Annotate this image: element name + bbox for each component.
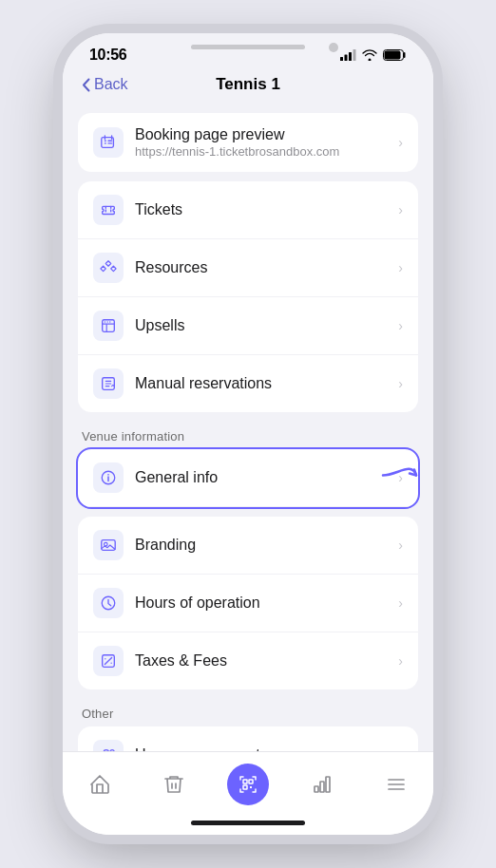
content-area: Booking page preview https://tennis-1.ti… — [63, 104, 433, 751]
svg-rect-23 — [326, 777, 330, 792]
taxes-fees-item[interactable]: Taxes & Fees › — [78, 632, 418, 689]
booking-preview-content: Booking page preview https://tennis-1.ti… — [135, 126, 398, 159]
home-tab-icon — [79, 764, 121, 805]
scan-tab-icon — [227, 764, 269, 805]
svg-rect-7 — [103, 320, 115, 332]
svg-point-10 — [107, 474, 109, 476]
venue-extra-card: Branding › Hours of operation › — [78, 517, 418, 689]
nav-bar: Back Tennis 1 — [63, 69, 433, 104]
hours-label: Hours of operation — [135, 594, 398, 612]
wifi-icon — [362, 49, 377, 61]
svg-point-12 — [105, 542, 108, 546]
other-section-header: Other — [78, 699, 418, 726]
menu-tab-icon — [375, 764, 417, 805]
camera-dot — [329, 43, 338, 52]
manual-reservations-content: Manual reservations — [135, 375, 398, 392]
booking-preview-title: Booking page preview — [135, 126, 398, 143]
taxes-chevron-icon: › — [398, 653, 403, 669]
taxes-icon — [93, 646, 124, 676]
tab-scan[interactable] — [212, 760, 284, 809]
tab-bar — [63, 751, 433, 813]
taxes-label: Taxes & Fees — [135, 652, 398, 670]
svg-rect-11 — [102, 540, 115, 551]
branding-content: Branding — [135, 537, 398, 554]
resources-item[interactable]: Resources › — [78, 239, 418, 297]
booking-preview-item[interactable]: Booking page preview https://tennis-1.ti… — [78, 113, 418, 172]
hours-of-operation-item[interactable]: Hours of operation › — [78, 575, 418, 632]
battery-icon — [383, 49, 407, 61]
general-info-content: General info — [135, 469, 398, 486]
svg-rect-19 — [243, 785, 247, 789]
manual-reservations-item[interactable]: Manual reservations › — [78, 355, 418, 412]
home-indicator — [63, 813, 433, 835]
upsells-label: Upsells — [135, 317, 398, 334]
tab-delete[interactable] — [138, 760, 210, 809]
tickets-item[interactable]: Tickets › — [78, 181, 418, 239]
svg-rect-20 — [250, 786, 252, 788]
tab-analytics[interactable] — [286, 760, 358, 809]
tab-home[interactable] — [64, 760, 136, 809]
svg-rect-22 — [320, 782, 324, 792]
back-button[interactable]: Back — [82, 76, 128, 93]
taxes-content: Taxes & Fees — [135, 652, 398, 670]
booking-chevron-icon: › — [398, 135, 403, 150]
booking-icon — [93, 127, 124, 158]
hours-chevron-icon: › — [398, 595, 403, 611]
user-management-chevron-icon: › — [398, 747, 403, 751]
user-management-icon — [93, 740, 124, 751]
branding-chevron-icon: › — [398, 538, 403, 553]
tickets-label: Tickets — [135, 201, 398, 218]
user-management-item[interactable]: User management › — [78, 726, 418, 751]
svg-rect-3 — [353, 49, 356, 61]
top-notch — [191, 45, 305, 49]
status-bar: 10:56 — [63, 33, 433, 69]
booking-preview-card: Booking page preview https://tennis-1.ti… — [78, 113, 418, 172]
status-time: 10:56 — [89, 47, 126, 64]
branding-item[interactable]: Branding › — [78, 517, 418, 575]
hours-content: Hours of operation — [135, 594, 398, 612]
status-icons — [340, 49, 407, 61]
manual-reservations-chevron-icon: › — [398, 376, 403, 391]
general-info-chevron-icon: › — [398, 470, 403, 485]
svg-rect-21 — [315, 786, 318, 792]
general-info-label: General info — [135, 469, 398, 486]
svg-point-16 — [110, 750, 115, 751]
svg-rect-0 — [340, 57, 343, 61]
resources-label: Resources — [135, 259, 398, 276]
general-info-card: General info › — [78, 449, 418, 507]
home-bar — [191, 821, 305, 825]
svg-rect-18 — [249, 780, 253, 783]
upsells-content: Upsells — [135, 317, 398, 334]
branding-icon — [93, 530, 124, 560]
upsells-item[interactable]: Upsells › — [78, 297, 418, 355]
back-label: Back — [94, 76, 128, 93]
svg-rect-5 — [385, 51, 401, 60]
manual-reservations-label: Manual reservations — [135, 375, 398, 392]
venue-section-header: Venue information — [78, 422, 418, 449]
general-info-icon — [93, 462, 124, 493]
signal-icon — [340, 49, 356, 61]
delete-tab-icon — [153, 764, 195, 805]
upsells-icon — [93, 311, 124, 341]
resources-chevron-icon: › — [398, 260, 403, 275]
page-title: Tennis 1 — [216, 75, 280, 94]
phone-shell: 10:56 — [63, 33, 433, 835]
svg-rect-17 — [243, 780, 247, 783]
user-management-content: User management — [135, 746, 398, 751]
general-info-item[interactable]: General info › — [78, 449, 418, 507]
svg-rect-2 — [349, 52, 352, 61]
booking-preview-url: https://tennis-1.ticketbrosandbox.com — [135, 144, 398, 159]
manual-reservations-icon — [93, 368, 124, 399]
resources-icon — [93, 253, 124, 283]
tab-menu[interactable] — [360, 760, 432, 809]
user-management-label: User management — [135, 746, 398, 751]
svg-rect-1 — [345, 55, 348, 62]
resources-content: Resources — [135, 259, 398, 276]
upsells-chevron-icon: › — [398, 318, 403, 333]
tickets-chevron-icon: › — [398, 202, 403, 217]
tickets-icon — [93, 195, 124, 225]
svg-point-15 — [104, 750, 108, 751]
branding-label: Branding — [135, 537, 398, 554]
analytics-tab-icon — [301, 764, 343, 805]
other-card: User management › — [78, 726, 418, 751]
